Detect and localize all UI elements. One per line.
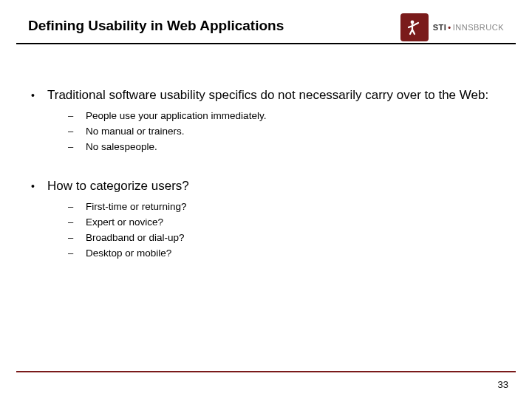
page-number: 33 — [498, 379, 508, 390]
spacer — [31, 159, 501, 178]
list-item: – Broadband or dial-up? — [68, 231, 501, 245]
content-area: • Traditional software usability specifi… — [0, 44, 532, 265]
bullet-marker: • — [31, 87, 47, 103]
list-item: – Expert or novice? — [68, 216, 501, 229]
bullet-text: Traditional software usability specifics… — [47, 87, 488, 103]
brand-sti: STI — [433, 23, 447, 32]
header: Defining Usability in Web Applications S… — [0, 0, 532, 34]
sub-list: – First-time or returning? – Expert or n… — [68, 200, 501, 265]
slide: Defining Usability in Web Applications S… — [0, 0, 532, 399]
sub-text: Desktop or mobile? — [86, 247, 171, 260]
dash-marker: – — [68, 231, 86, 245]
bullet-level1: • How to categorize users? — [31, 178, 501, 194]
sub-text: People use your application immediately. — [86, 109, 266, 123]
list-item: – No manual or trainers. — [68, 125, 501, 138]
dash-marker: – — [68, 200, 86, 214]
brand-text: STI • INNSBRUCK — [433, 23, 504, 32]
bullet-marker: • — [31, 178, 47, 194]
list-item: – Desktop or mobile? — [68, 247, 501, 260]
dash-marker: – — [68, 140, 86, 154]
sub-text: Broadband or dial-up? — [86, 231, 185, 245]
sub-text: No manual or trainers. — [86, 125, 185, 138]
sub-list: – People use your application immediatel… — [68, 109, 501, 159]
brand-logo-block: STI • INNSBRUCK — [400, 13, 504, 41]
list-item: – People use your application immediatel… — [68, 109, 501, 123]
dash-marker: – — [68, 109, 86, 123]
svg-point-0 — [410, 21, 414, 24]
dash-marker: – — [68, 247, 86, 260]
list-item: – First-time or returning? — [68, 200, 501, 214]
sub-text: No salespeople. — [86, 140, 157, 154]
dash-marker: – — [68, 125, 86, 138]
sub-text: First-time or returning? — [86, 200, 187, 214]
list-item: – No salespeople. — [68, 140, 501, 154]
bullet-level1: • Traditional software usability specifi… — [31, 87, 501, 103]
bullet-text: How to categorize users? — [47, 178, 189, 194]
dash-marker: – — [68, 216, 86, 229]
brand-innsbruck: INNSBRUCK — [453, 23, 504, 32]
footer-divider — [16, 371, 516, 372]
sub-text: Expert or novice? — [86, 216, 163, 229]
sti-logo-icon — [400, 13, 429, 41]
brand-dot-icon: • — [448, 23, 451, 32]
